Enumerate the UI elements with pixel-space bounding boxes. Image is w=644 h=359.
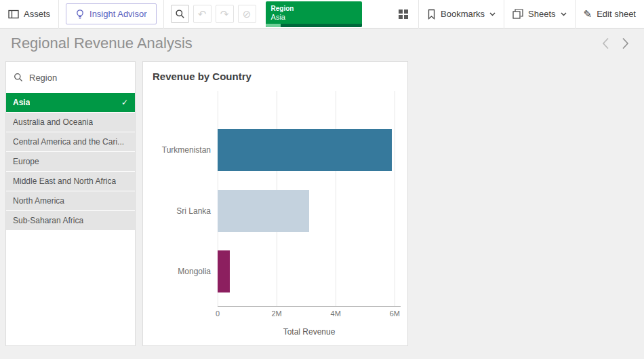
- chevron-down-icon: [489, 12, 496, 16]
- list-item[interactable]: Middle East and North Africa: [6, 172, 135, 191]
- x-tick-label: 0: [216, 309, 220, 318]
- sheet-navigation: [602, 37, 633, 50]
- insight-advisor-label: Insight Advisor: [89, 9, 147, 19]
- assets-label: Assets: [24, 9, 50, 19]
- list-item[interactable]: Australia and Oceania: [6, 113, 135, 132]
- next-sheet-icon[interactable]: [622, 37, 629, 50]
- y-axis-label: Sri Lanka: [146, 206, 211, 216]
- list-item[interactable]: Asia✓: [6, 93, 135, 112]
- plot-area: TurkmenistanSri LankaMongolia: [218, 91, 401, 307]
- bar-mongolia[interactable]: [218, 250, 230, 292]
- bookmarks-label: Bookmarks: [441, 9, 485, 19]
- grid-icon: [398, 9, 409, 20]
- sheets-button[interactable]: Sheets: [504, 0, 574, 29]
- y-axis-label: Turkmenistan: [146, 145, 211, 155]
- bar-track: [218, 250, 401, 292]
- selection-chip-region[interactable]: Region Asia: [266, 1, 362, 27]
- undo-icon: ↶: [198, 9, 207, 19]
- list-item-label: Central America and the Cari...: [13, 137, 124, 147]
- bar-turkmenistan[interactable]: [218, 129, 392, 171]
- y-axis-label: Mongolia: [146, 267, 211, 276]
- list-item[interactable]: Central America and the Cari...: [6, 132, 135, 151]
- toolbar: Assets Insight Advisor ↶ ↷ ⊘ Re: [0, 0, 644, 29]
- selection-field-value: Asia: [266, 12, 362, 21]
- bookmark-icon: [427, 9, 436, 20]
- list-item[interactable]: Sub-Saharan Africa: [6, 211, 135, 230]
- sheet-header: Regional Revenue Analysis: [0, 29, 644, 58]
- list-item-label: Europe: [13, 157, 39, 166]
- list-item[interactable]: Europe: [6, 152, 135, 171]
- previous-sheet-icon[interactable]: [602, 37, 609, 50]
- chart-rows: TurkmenistanSri LankaMongolia: [218, 119, 401, 302]
- bar-track: [218, 190, 401, 232]
- separator: [58, 0, 59, 29]
- region-filter-panel: Region Asia✓Australia and OceaniaCentral…: [5, 61, 136, 346]
- list-item-label: Middle East and North Africa: [13, 176, 116, 186]
- list-item[interactable]: North America: [6, 191, 135, 210]
- bar-row: Mongolia: [218, 241, 401, 302]
- check-icon: ✓: [121, 98, 128, 107]
- edit-sheet-button[interactable]: ✎ Edit sheet: [576, 0, 644, 29]
- x-axis-ticks: 02M4M6M: [218, 307, 401, 319]
- selection-progress-bar: [266, 24, 362, 27]
- sheet-title: Regional Revenue Analysis: [11, 35, 193, 52]
- chart-revenue-by-country[interactable]: Revenue by Country TurkmenistanSri Lanka…: [142, 61, 408, 346]
- toolbar-right: Bookmarks Sheets ✎ Ed: [388, 0, 644, 29]
- list-item-label: North America: [13, 196, 64, 206]
- lightbulb-icon: [75, 9, 85, 20]
- list-item-label: Asia: [13, 98, 30, 107]
- sheets-icon: [512, 9, 523, 19]
- clear-selections-button[interactable]: ⊘: [238, 5, 256, 23]
- x-axis-title: Total Revenue: [218, 327, 401, 337]
- filter-header: Region: [6, 62, 135, 93]
- bookmarks-button[interactable]: Bookmarks: [419, 0, 504, 29]
- chart-title: Revenue by Country: [143, 62, 407, 82]
- app-objects-button[interactable]: [388, 0, 418, 29]
- list-item-label: Australia and Oceania: [13, 117, 93, 127]
- redo-icon: ↷: [220, 9, 229, 19]
- bar-track: [218, 129, 401, 171]
- selection-tools: ↶ ↷ ⊘: [164, 5, 263, 23]
- filter-title: Region: [29, 73, 57, 83]
- chevron-down-icon: [561, 12, 567, 16]
- step-forward-button[interactable]: ↷: [216, 5, 234, 23]
- bar-row: Sri Lanka: [218, 181, 401, 242]
- step-back-button[interactable]: ↶: [193, 5, 212, 23]
- bar-row: Turkmenistan: [218, 119, 401, 181]
- pencil-icon: ✎: [584, 8, 592, 20]
- x-tick-label: 6M: [390, 309, 400, 318]
- edit-sheet-label: Edit sheet: [597, 9, 636, 19]
- bar-sri-lanka[interactable]: [218, 190, 309, 232]
- selection-progress-fill: [266, 24, 281, 27]
- x-tick-label: 2M: [271, 309, 281, 318]
- search-icon[interactable]: [14, 73, 23, 82]
- selection-field-name: Region: [266, 1, 362, 12]
- insight-advisor-button[interactable]: Insight Advisor: [66, 3, 157, 24]
- list-item-label: Sub-Saharan Africa: [13, 216, 83, 225]
- search-icon: [175, 9, 185, 19]
- filter-list: Asia✓Australia and OceaniaCentral Americ…: [6, 93, 135, 230]
- x-tick-label: 4M: [331, 309, 341, 318]
- sheets-label: Sheets: [528, 9, 555, 19]
- assets-panel-icon: [8, 10, 19, 19]
- clear-selections-icon: ⊘: [243, 9, 251, 19]
- assets-button[interactable]: Assets: [0, 0, 58, 29]
- smart-search-button[interactable]: [171, 5, 189, 23]
